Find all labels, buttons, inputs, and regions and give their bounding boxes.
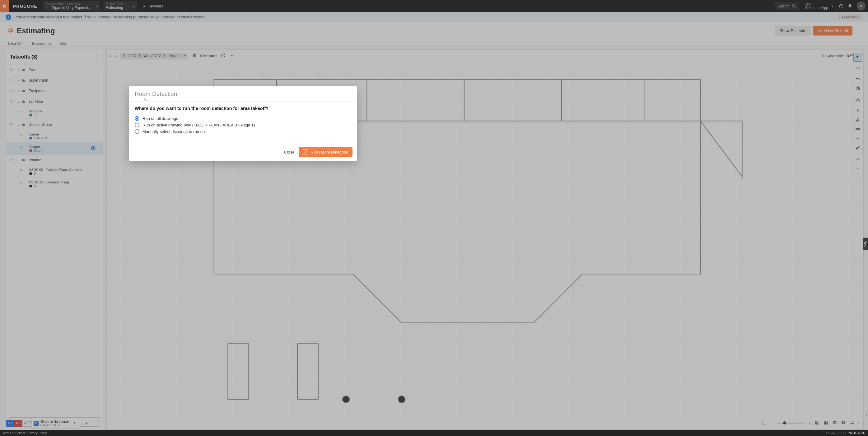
modal-scrim[interactable] bbox=[0, 0, 868, 436]
radio-icon bbox=[135, 123, 140, 127]
cursor-icon: ↖ bbox=[144, 97, 147, 102]
radio-run-all[interactable]: Run on all drawings bbox=[135, 115, 351, 122]
radio-run-active[interactable]: Run on active drawing only (FLOOR PLAN -… bbox=[135, 122, 351, 128]
radio-icon bbox=[135, 129, 140, 134]
run-room-detection-button[interactable]: Run Room Detection bbox=[299, 147, 352, 157]
radio-icon bbox=[135, 116, 140, 121]
modal-question: Where do you want to run the room detect… bbox=[135, 106, 351, 111]
modal-title: Room Detection bbox=[135, 91, 351, 97]
room-detection-modal: Room Detection Where do you want to run … bbox=[129, 86, 357, 161]
radio-manual[interactable]: Manually select drawings to run on bbox=[135, 128, 351, 135]
run-icon bbox=[303, 149, 308, 154]
close-button[interactable]: Close bbox=[284, 150, 294, 154]
